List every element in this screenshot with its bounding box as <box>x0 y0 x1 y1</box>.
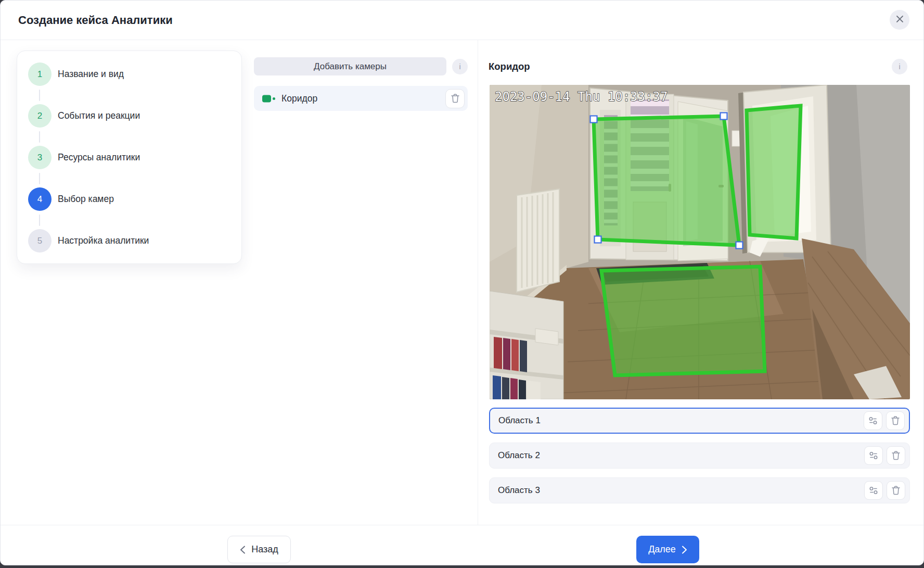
delete-camera-button[interactable] <box>445 89 465 108</box>
area-settings-button[interactable] <box>864 481 883 500</box>
camera-timestamp: 2023-09-14 Thu 10:33:37 <box>495 90 668 104</box>
preview-camera-title: Коридор <box>489 61 530 72</box>
camera-name: Коридор <box>281 93 317 104</box>
camera-scene: 2023-09-14 Thu 10:33:37 <box>490 85 910 399</box>
step-label: События и реакции <box>58 110 140 121</box>
step-analytics-resources[interactable]: 3 Ресурсы аналитики <box>17 146 241 169</box>
trash-icon <box>891 416 900 425</box>
area-row-1[interactable]: Область 1 <box>489 408 910 434</box>
area-row-2[interactable]: Область 2 <box>489 443 910 469</box>
back-button[interactable]: Назад <box>227 536 291 563</box>
area-label: Область 1 <box>498 415 541 426</box>
modal-header: Создание кейса Аналитики <box>1 1 923 40</box>
close-button[interactable] <box>890 10 909 30</box>
sliders-icon <box>869 451 878 460</box>
step-number: 5 <box>28 229 52 253</box>
create-analytics-case-modal: Создание кейса Аналитики 1 Название и ви… <box>0 0 924 565</box>
preview-info-icon[interactable]: i <box>892 59 907 74</box>
area-delete-button[interactable] <box>887 446 905 465</box>
step-events-and-reactions[interactable]: 2 События и реакции <box>17 104 241 128</box>
step-connector <box>39 173 40 184</box>
analytics-region-3[interactable] <box>601 267 765 375</box>
sliders-icon <box>869 486 878 495</box>
step-connector <box>39 214 40 226</box>
next-button[interactable]: Далее <box>636 536 699 563</box>
chevron-right-icon <box>682 546 687 554</box>
cameras-info-icon[interactable]: i <box>452 59 468 74</box>
camera-preview-canvas[interactable]: 2023-09-14 Thu 10:33:37 <box>490 85 910 399</box>
area-label: Область 2 <box>498 450 540 461</box>
area-label: Область 3 <box>498 485 540 496</box>
step-label: Выбор камер <box>58 194 114 205</box>
chevron-left-icon <box>240 546 246 554</box>
add-cameras-button[interactable]: Добавить камеры <box>254 57 446 75</box>
step-number: 1 <box>28 62 52 86</box>
region-corner-handle[interactable] <box>736 242 743 249</box>
wizard-stepper: 1 Название и вид 2 События и реакции 3 Р… <box>17 51 242 264</box>
next-button-label: Далее <box>648 544 676 555</box>
step-label: Настройка аналитики <box>58 235 149 246</box>
modal-title: Создание кейса Аналитики <box>18 1 173 40</box>
video-camera-icon <box>262 94 275 103</box>
step-name-and-type[interactable]: 1 Название и вид <box>17 62 241 86</box>
analytics-region-1[interactable] <box>594 116 739 245</box>
region-corner-handle[interactable] <box>595 236 601 243</box>
step-connector <box>39 90 40 101</box>
trash-icon <box>892 451 900 460</box>
analytics-region-2[interactable] <box>747 106 801 238</box>
step-connector <box>39 131 40 143</box>
panel-divider <box>478 40 478 525</box>
region-corner-handle[interactable] <box>591 116 597 123</box>
camera-list-item[interactable]: Коридор <box>254 86 468 111</box>
step-label: Название и вид <box>58 69 124 80</box>
step-number: 2 <box>28 104 52 128</box>
area-settings-button[interactable] <box>864 411 882 430</box>
area-row-3[interactable]: Область 3 <box>489 477 910 503</box>
area-delete-button[interactable] <box>887 481 905 500</box>
sliders-icon <box>868 416 878 425</box>
step-camera-selection[interactable]: 4 Выбор камер <box>17 187 241 211</box>
region-corner-handle[interactable] <box>721 113 727 120</box>
step-number: 3 <box>28 146 52 169</box>
step-analytics-settings[interactable]: 5 Настройка аналитики <box>17 229 241 253</box>
close-icon <box>896 15 904 23</box>
step-number: 4 <box>28 187 52 211</box>
footer-divider <box>1 525 923 525</box>
trash-icon <box>451 94 459 103</box>
area-settings-button[interactable] <box>864 446 883 465</box>
step-label: Ресурсы аналитики <box>58 152 140 163</box>
area-delete-button[interactable] <box>886 411 905 430</box>
trash-icon <box>892 486 900 495</box>
back-button-label: Назад <box>251 544 278 555</box>
